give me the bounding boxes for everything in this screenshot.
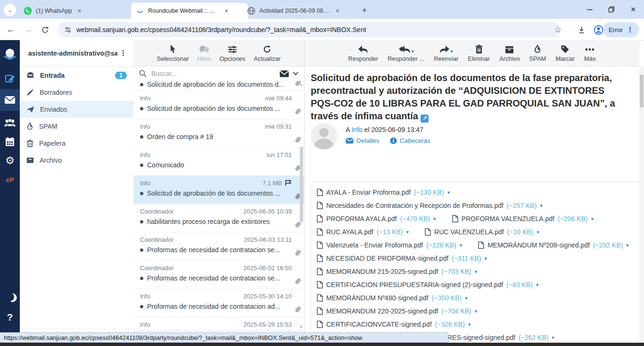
attachment-item[interactable]: RUC AYALA.pdf(~13 KB) [317,228,409,236]
new-tab-button[interactable]: + [358,5,371,17]
folder-entrada[interactable]: Entrada 1 [20,67,133,84]
attachment-item[interactable]: MEMORANDUM 215-2025-signed.pdf(~703 KB) [317,268,477,275]
attachment-menu-icon[interactable] [484,255,487,262]
tab-close-icon[interactable]: × [77,7,81,15]
window-minimize-button[interactable] [579,0,601,19]
attachment-menu-icon[interactable] [465,295,468,301]
tab-actividad[interactable]: Actividad 2025-06-09 08:00:00 × [242,3,360,19]
folder-spam[interactable]: SPAM [20,118,133,135]
options-button[interactable]: Opciones [219,44,245,62]
list-scroll-down-icon[interactable]: ▼ [299,325,303,329]
contacts-button[interactable] [0,114,20,132]
window-restore-button[interactable] [601,0,622,19]
mark-button[interactable]: Marcar [555,44,574,62]
headers-link[interactable]: Cabeceras [390,137,430,144]
back-button[interactable]: ← [4,23,18,37]
attachment-menu-icon[interactable] [447,189,450,196]
attachment-menu-icon[interactable] [591,216,594,222]
spam-button[interactable]: SPAM [529,44,546,62]
reload-button[interactable] [38,23,52,37]
compose-button[interactable] [0,69,20,88]
attachment-menu-icon[interactable] [433,216,436,222]
select-label: Seleccionar [157,55,189,62]
tab-search-icon[interactable]: ⌄ [4,4,16,16]
recipient-link[interactable]: Info [351,126,362,133]
attachment-item[interactable]: NECESIDAD DE PROFORMA-signed.pdf(~311 KB… [317,255,487,262]
message-row[interactable]: Solicitud de aprobación de los documento… [133,81,304,91]
attachment-menu-icon[interactable] [406,229,409,235]
attachment-menu-icon[interactable] [552,335,554,341]
dark-mode-button[interactable] [0,288,20,306]
threads-button[interactable]: Hilos [198,44,211,62]
folder-papelera[interactable]: Papelera [20,135,133,152]
message-row[interactable]: Infolun 17:01 Comunicado [133,148,304,176]
message-row[interactable]: Info2025-05-30 14:10 Proformas de necesi… [133,289,304,317]
attachment-item[interactable]: CERTIFICACIONVCATE-signed.pdf(~326 KB) [317,321,471,328]
message-row-selected[interactable]: Info 7.1 MB Solicitud de aprobación de l… [133,176,304,204]
bookmark-button[interactable]: ☆ [551,23,565,37]
tab-close-icon[interactable]: × [224,7,228,15]
mail-module-button[interactable] [0,89,20,111]
attachment-menu-icon[interactable] [626,242,629,248]
attachment-item[interactable]: RUC VALENZUELA.pdf(~10 KB) [425,228,539,236]
message-row[interactable]: Infomié 09:31 Orden de compra # 19 [133,119,304,148]
message-row[interactable]: Coordinador2025-06-02 16:50 Proformas de… [133,261,304,289]
downloads-button[interactable] [574,23,588,37]
page-scrollbar[interactable] [639,66,644,346]
delete-button[interactable]: Eliminar [468,44,490,62]
url-bar[interactable]: webmail.sanjuan.gob.ec/cpsess0464241108/… [58,22,561,37]
folder-options-button[interactable] [117,49,129,58]
attachment-menu-icon[interactable] [475,269,478,275]
archive-button[interactable]: Archivo [499,44,520,62]
attachment-menu-icon[interactable] [537,229,539,235]
attachment-menu-icon[interactable] [468,321,471,328]
calendar-button[interactable] [0,132,20,151]
external-link-icon[interactable] [421,115,429,123]
folder-archivo[interactable]: Archivo [20,152,133,169]
attachment-item[interactable]: AYALA - Enviar Proforma.pdf(~130 KB) [317,189,450,196]
tab-close-icon[interactable]: × [336,7,339,15]
details-link[interactable]: Detalles [346,137,380,144]
pdf-file-icon [317,255,323,262]
attachment-menu-icon[interactable] [536,282,539,288]
search-scope-mail-icon[interactable] [280,70,289,77]
attachment-menu-icon[interactable] [540,203,543,209]
forward-button[interactable]: → [21,23,35,37]
attachment-item[interactable]: PROFORMA VALENZUELA.pdf(~206 KB) [452,215,594,222]
browser-menu-button[interactable]: Error ⋮ [603,22,639,37]
attachment-item[interactable]: MEMORÁNDUM Nº480-signed.pdf(~350 KB) [317,294,468,302]
message-row[interactable]: Infomié 09:44 Solicitud de aprobación de… [133,91,304,119]
page-scroll-thumb[interactable] [640,74,644,107]
attachment-menu-icon[interactable] [475,308,478,314]
cpanel-button[interactable]: cP [0,170,20,189]
folder-enviados[interactable]: Enviados [20,101,133,118]
folder-borradores[interactable]: Borradores [20,84,133,101]
forward-button[interactable]: Reenviar [434,44,458,62]
select-button[interactable]: Seleccionar [157,44,189,62]
list-scrollbar[interactable] [299,85,304,327]
attachment-item[interactable]: CERTIFICACION PRESUPUESTARIA-signed (2)-… [317,281,538,288]
message-row[interactable]: Coordinador2025-06-05 10:39 habilitantes… [133,204,304,232]
reply-all-dropdown-icon[interactable] [412,49,414,54]
attachment-item[interactable]: PROFORMA AYALA.pdf(~470 KB) [317,215,436,222]
search-options-chevron-icon[interactable] [293,72,298,75]
attachment-item[interactable]: MEMORÁNDUM Nº208-signed.pdf(~292 KB) [478,241,629,249]
help-button[interactable]: ? [0,308,20,327]
window-close-button[interactable]: × [622,0,644,19]
message-row[interactable]: Info2025-05-29 15:53 ORDEN DE COMPRA # 1… [133,317,304,331]
message-row[interactable]: Coordinador2025-06-03 13:11 Proformas de… [133,232,304,261]
attachment-menu-icon[interactable] [460,242,462,248]
forward-dropdown-icon[interactable] [451,49,453,54]
reply-all-button[interactable]: Responder ... [388,44,424,62]
attachment-item[interactable]: Valenzuela - Enviar Proforma.pdf(~128 KB… [317,241,462,249]
reply-button[interactable]: Responder [348,44,379,62]
attachment-item[interactable]: Necesidades de Contratación y Recepción … [317,202,543,209]
settings-button[interactable]: ⚙ [0,151,20,170]
search-input[interactable] [150,69,276,78]
tab-whatsapp[interactable]: (1) WhatsApp × [19,3,137,19]
attachment-item[interactable]: MEMORANDUM 220-2025-signed.pdf(~704 KB) [317,307,477,315]
tab-roundcube[interactable]: Roundcube Webmail :: Enviados × [131,3,248,19]
refresh-button[interactable]: Actualizar [254,44,281,62]
more-button[interactable]: Más [584,44,596,62]
list-scroll-thumb[interactable] [300,147,303,222]
